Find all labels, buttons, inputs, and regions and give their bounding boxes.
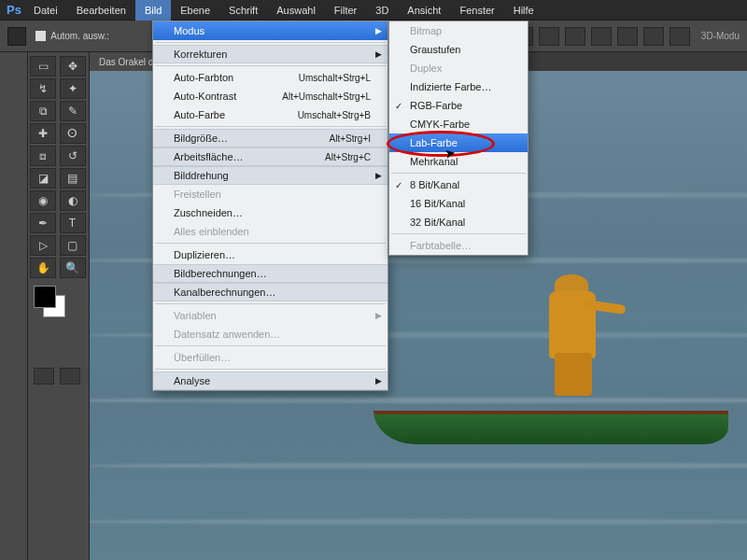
menu-item-analyse[interactable]: Analyse ▶ [153, 371, 388, 390]
menu-filter[interactable]: Filter [325, 0, 366, 21]
foreground-swatch[interactable] [34, 286, 56, 308]
menu-bild[interactable]: Bild [135, 0, 171, 21]
label: Arbeitsfläche… [174, 151, 244, 162]
auto-select-option[interactable]: Autom. ausw.: [35, 31, 109, 42]
label: Indizierte Farbe… [410, 81, 491, 92]
depth-8bit[interactable]: ✓ 8 Bit/Kanal [389, 175, 528, 194]
shortcut: Alt+Strg+I [330, 133, 371, 144]
menubar: Ps Datei Bearbeiten Bild Ebene Schrift A… [0, 0, 747, 21]
shape-tool-icon[interactable]: ▢ [60, 235, 86, 256]
label: CMYK-Farbe [410, 119, 470, 130]
align-icon[interactable] [539, 27, 559, 46]
menu-bild-dropdown: Modus ▶ Korrekturen ▶ Auto-Farbton Umsch… [152, 21, 388, 391]
menu-item-duplizieren[interactable]: Duplizieren… [153, 245, 388, 264]
mode-cmyk[interactable]: CMYK-Farbe [389, 115, 528, 133]
align-icon[interactable] [669, 27, 690, 46]
check-icon: ✓ [395, 180, 402, 190]
menu-item-auto-kontrast[interactable]: Auto-Kontrast Alt+Umschalt+Strg+L [153, 87, 388, 105]
depth-32bit[interactable]: 32 Bit/Kanal [389, 213, 528, 231]
gradient-tool-icon[interactable]: ▤ [60, 168, 86, 189]
submenu-arrow-icon: ▶ [375, 311, 382, 320]
label: Duplizieren… [174, 249, 235, 260]
menu-item-kanalberechnungen[interactable]: Kanalberechnungen… [153, 283, 388, 301]
label: Auto-Farbton [174, 72, 233, 83]
wand-tool-icon[interactable]: ✦ [60, 78, 86, 99]
menu-item-bildgroesse[interactable]: Bildgröße… Alt+Strg+I [153, 129, 388, 147]
stamp-tool-icon[interactable]: ⧈ [30, 146, 56, 166]
healing-tool-icon[interactable]: ✚ [30, 123, 56, 144]
collapsed-dock [0, 52, 28, 560]
menu-item-zuschneiden[interactable]: Zuschneiden… [153, 203, 388, 222]
shortcut: Alt+Strg+C [325, 152, 371, 162]
mode-mehrkanal[interactable]: Mehrkanal [389, 152, 528, 171]
brush-tool-icon[interactable]: ⵙ [60, 123, 86, 144]
history-brush-tool-icon[interactable]: ↺ [60, 146, 86, 166]
color-swatches[interactable] [34, 286, 75, 323]
eyedropper-tool-icon[interactable]: ✎ [60, 101, 86, 121]
menu-datei[interactable]: Datei [24, 0, 67, 21]
align-icon[interactable] [617, 27, 638, 46]
menu-schrift[interactable]: Schrift [219, 0, 267, 21]
label: 32 Bit/Kanal [410, 217, 465, 228]
menu-fenster[interactable]: Fenster [450, 0, 503, 21]
marquee-tool-icon[interactable]: ▭ [30, 56, 56, 77]
shortcut: Alt+Umschalt+Strg+L [282, 91, 371, 102]
menu-item-bilddrehung[interactable]: Bilddrehung ▶ [153, 166, 388, 185]
type-tool-icon[interactable]: T [60, 213, 86, 233]
move-tool-icon[interactable] [7, 27, 26, 46]
menu-item-auto-farbe[interactable]: Auto-Farbe Umschalt+Strg+B [153, 105, 388, 124]
screenmode-icon[interactable] [60, 368, 80, 385]
dodge-tool-icon[interactable]: ◐ [60, 190, 86, 211]
canvas-content [374, 379, 728, 444]
menu-bearbeiten[interactable]: Bearbeiten [67, 0, 135, 21]
blur-tool-icon[interactable]: ◉ [30, 190, 56, 211]
menu-item-korrekturen[interactable]: Korrekturen ▶ [153, 45, 388, 63]
label: Modus [174, 25, 204, 36]
quickmask-icon[interactable] [34, 368, 54, 385]
menu-hilfe[interactable]: Hilfe [504, 0, 543, 21]
submenu-modus: Bitmap Graustufen Duplex Indizierte Farb… [388, 21, 529, 256]
align-icon[interactable] [591, 27, 612, 46]
menu-item-variablen: Variablen ▶ [153, 306, 388, 325]
pen-tool-icon[interactable]: ✒ [30, 213, 56, 233]
eraser-tool-icon[interactable]: ◪ [30, 168, 56, 189]
depth-16bit[interactable]: 16 Bit/Kanal [389, 194, 528, 213]
submenu-arrow-icon: ▶ [375, 26, 382, 35]
move-tool-icon[interactable]: ✥ [60, 56, 86, 77]
mode-indizierte[interactable]: Indizierte Farbe… [389, 77, 528, 96]
check-icon: ✓ [395, 101, 402, 111]
label: Farbtabelle… [410, 240, 472, 251]
menu-3d[interactable]: 3D [366, 0, 398, 21]
label: Überfüllen… [174, 352, 231, 363]
submenu-arrow-icon: ▶ [375, 49, 382, 59]
path-tool-icon[interactable]: ▷ [30, 235, 56, 256]
mode-farbtabelle: Farbtabelle… [389, 236, 528, 255]
crop-tool-icon[interactable]: ⧉ [30, 101, 56, 121]
label: Variablen [174, 310, 217, 321]
menu-item-auto-farbton[interactable]: Auto-Farbton Umschalt+Strg+L [153, 68, 388, 87]
mode-rgb[interactable]: ✓ RGB-Farbe [389, 96, 528, 115]
menu-ansicht[interactable]: Ansicht [398, 0, 450, 21]
label: RGB-Farbe [410, 100, 462, 111]
zoom-tool-icon[interactable]: 🔍 [60, 258, 86, 278]
align-icon[interactable] [565, 27, 585, 46]
align-icon[interactable] [643, 27, 664, 46]
menu-item-modus[interactable]: Modus ▶ [153, 21, 388, 40]
hand-tool-icon[interactable]: ✋ [30, 258, 56, 278]
label: Mehrkanal [410, 156, 458, 167]
mode-graustufen[interactable]: Graustufen [389, 40, 528, 59]
menu-ebene[interactable]: Ebene [171, 0, 219, 21]
checkbox-icon[interactable] [35, 31, 46, 41]
lasso-tool-icon[interactable]: ↯ [30, 78, 56, 99]
label: Bildgröße… [174, 133, 228, 144]
menu-item-alles-einblenden: Alles einblenden [153, 222, 388, 241]
menu-item-datensatz: Datensatz anwenden… [153, 325, 388, 343]
menu-item-arbeitsflaeche[interactable]: Arbeitsfläche… Alt+Strg+C [153, 147, 388, 166]
label: Alles einblenden [174, 226, 249, 237]
3d-mode-label: 3D-Modu [696, 27, 740, 46]
mode-lab[interactable]: Lab-Farbe [389, 133, 528, 152]
menu-item-bildberechnungen[interactable]: Bildberechnungen… [153, 264, 388, 283]
menu-auswahl[interactable]: Auswahl [267, 0, 325, 21]
tools-panel: ▭ ✥ ↯ ✦ ⧉ ✎ ✚ ⵙ ⧈ ↺ ◪ ▤ ◉ ◐ ✒ T ▷ ▢ ✋ 🔍 [28, 52, 90, 560]
label: Bilddrehung [174, 170, 229, 181]
